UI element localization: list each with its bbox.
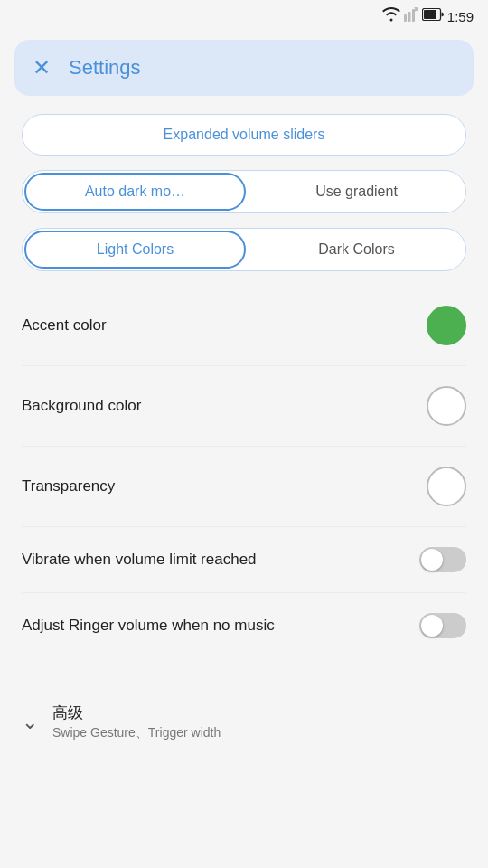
svg-rect-1 [408,12,410,22]
adjust-ringer-toggle[interactable] [419,613,466,638]
bottom-section: ⌄ 高级 Swipe Gesture、Trigger width [0,684,488,760]
accent-color-circle[interactable] [427,306,466,345]
background-color-item: Background color [22,366,466,447]
svg-rect-2 [412,9,415,22]
svg-rect-6 [424,10,436,19]
bottom-section-title: 高级 [52,703,221,723]
vibrate-volume-item: Vibrate when volume limit reached [22,527,466,593]
settings-list: Accent color Background color Transparen… [22,286,466,658]
use-gradient-button[interactable]: Use gradient [248,171,465,212]
svg-rect-0 [404,14,407,22]
adjust-ringer-label: Adjust Ringer volume when no music [22,616,275,636]
status-icons: 1:59 [382,7,474,25]
battery-icon [422,8,444,24]
light-colors-button[interactable]: Light Colors [24,231,246,269]
bottom-text: 高级 Swipe Gesture、Trigger width [52,703,221,741]
background-color-label: Background color [22,396,141,416]
vibrate-volume-knob [421,549,443,571]
transparency-circle[interactable] [427,467,466,506]
close-button[interactable]: ✕ [33,57,51,79]
adjust-ringer-item: Adjust Ringer volume when no music [22,593,466,658]
header-title: Settings [69,56,141,80]
transparency-item: Transparency [22,447,466,527]
auto-dark-mode-button[interactable]: Auto dark mo… [24,173,246,211]
vibrate-volume-toggle[interactable] [419,547,466,572]
accent-color-label: Accent color [22,316,107,335]
app-header: ✕ Settings [14,40,474,96]
transparency-label: Transparency [22,476,115,496]
wifi-icon [382,7,400,25]
expanded-volume-sliders-button[interactable]: Expanded volume sliders [22,114,466,156]
background-color-circle[interactable] [427,386,466,426]
chevron-down-icon[interactable]: ⌄ [22,711,38,734]
accent-color-item: Accent color [22,286,466,366]
dark-mode-gradient-row: Auto dark mo… Use gradient [22,170,466,213]
signal-icon [404,7,418,25]
colors-mode-row: Light Colors Dark Colors [22,228,466,271]
adjust-ringer-knob [421,615,443,637]
dark-colors-button[interactable]: Dark Colors [248,229,465,270]
content-area: Expanded volume sliders Auto dark mo… Us… [0,96,488,676]
vibrate-volume-label: Vibrate when volume limit reached [22,550,257,570]
status-time: 1:59 [447,9,474,24]
status-bar: 1:59 [0,0,488,33]
bottom-section-subtitle: Swipe Gesture、Trigger width [52,725,221,741]
